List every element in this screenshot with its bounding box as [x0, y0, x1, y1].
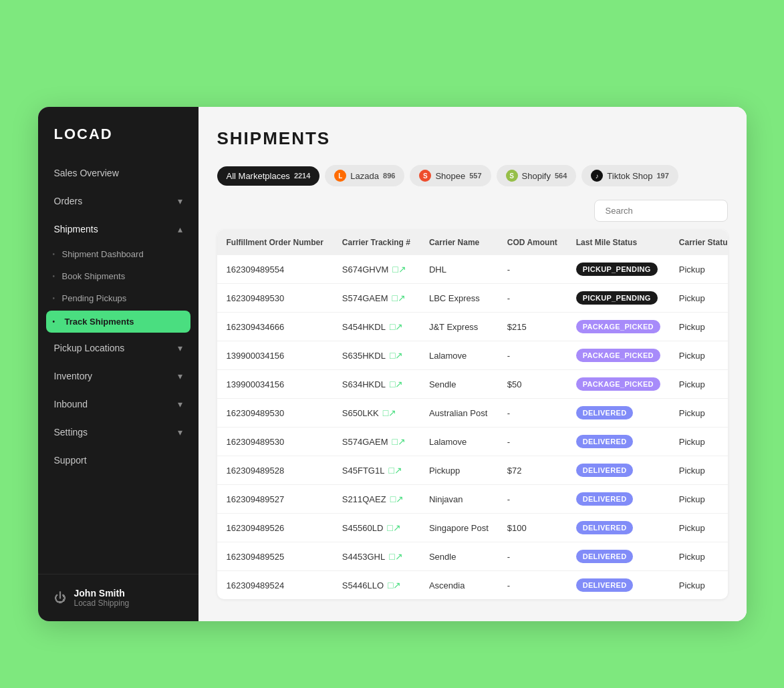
edit-tracking-icon[interactable]: □↗	[389, 551, 402, 562]
cell-carrier-name: Australian Post	[420, 399, 498, 427]
tab-tiktok-label: Tiktok Shop	[607, 171, 652, 181]
search-input[interactable]	[594, 200, 728, 222]
cell-tracking: S4453GHL □↗	[333, 542, 420, 571]
cell-tracking: S5446LLO □↗	[333, 571, 420, 600]
edit-tracking-icon[interactable]: □↗	[387, 522, 400, 533]
page-title: SHIPMENTS	[217, 128, 728, 149]
sidebar-item-shipments[interactable]: Shipments ▴	[38, 215, 199, 243]
cell-order-number: 162309489554	[217, 255, 333, 284]
cell-carrier-status: Pickup	[670, 341, 728, 370]
edit-tracking-icon[interactable]: □↗	[388, 580, 401, 590]
edit-tracking-icon[interactable]: □↗	[383, 407, 396, 418]
chevron-down-icon: ▾	[178, 343, 182, 353]
logo: LOCAD	[38, 107, 199, 159]
sidebar-item-pending-pickups[interactable]: Pending Pickups	[38, 287, 199, 309]
cell-last-mile-status: PACKAGE_PICKED	[567, 341, 670, 370]
edit-tracking-icon[interactable]: □↗	[390, 494, 404, 504]
tab-lazada-count: 896	[383, 172, 395, 180]
edit-tracking-icon[interactable]: □↗	[388, 465, 402, 476]
cell-tracking: S635HKDL □↗	[333, 341, 420, 370]
col-fulfillment-order: Fulfillment Order Number	[217, 230, 333, 255]
cell-carrier-name: Sendle	[420, 542, 498, 571]
sidebar-item-pickup-locations[interactable]: Pickup Locations ▾	[38, 334, 199, 362]
chevron-up-icon: ▴	[178, 224, 182, 234]
edit-tracking-icon[interactable]: □↗	[392, 264, 406, 275]
cell-cod-amount: -	[498, 341, 567, 370]
col-carrier-name: Carrier Name	[420, 230, 498, 255]
cell-order-number: 162309489530	[217, 284, 333, 313]
col-carrier-status: Carrier Status	[670, 230, 728, 255]
table-row: 139900034156 S635HKDL □↗ Lalamove - PACK…	[217, 341, 728, 370]
cell-cod-amount: $100	[498, 514, 567, 542]
table-row: 162309489528 S45FTG1L □↗ Pickupp $72 DEL…	[217, 456, 728, 485]
sidebar-item-inbound[interactable]: Inbound ▾	[38, 390, 199, 418]
col-last-mile-status: Last Mile Status	[567, 230, 670, 255]
cell-carrier-status: Pickup	[670, 370, 728, 399]
sidebar-item-settings[interactable]: Settings ▾	[38, 418, 199, 446]
edit-tracking-icon[interactable]: □↗	[390, 350, 403, 361]
tab-shopee[interactable]: S Shopee 557	[410, 165, 491, 186]
cell-carrier-name: Ascendia	[420, 571, 498, 600]
cell-carrier-name: Lalamove	[420, 341, 498, 370]
cell-tracking: S634HKDL □↗	[333, 370, 420, 399]
sidebar-nav: Sales Overview Orders ▾ Shipments ▴ Ship…	[38, 159, 199, 574]
cell-tracking: S45560LD □↗	[333, 514, 420, 542]
shopee-icon: S	[419, 170, 431, 182]
cell-carrier-name: Pickupp	[420, 456, 498, 485]
sidebar-item-inventory[interactable]: Inventory ▾	[38, 362, 199, 390]
edit-tracking-icon[interactable]: □↗	[392, 436, 406, 447]
edit-tracking-icon[interactable]: □↗	[392, 293, 406, 303]
cell-order-number: 139900034156	[217, 370, 333, 399]
sidebar-item-book-shipments[interactable]: Book Shipments	[38, 265, 199, 287]
chevron-down-icon: ▾	[178, 399, 182, 409]
shipments-table-container: Fulfillment Order Number Carrier Trackin…	[217, 230, 728, 599]
cell-tracking: S45FTG1L □↗	[333, 456, 420, 485]
cell-cod-amount: $50	[498, 370, 567, 399]
status-badge: DELIVERED	[576, 464, 634, 477]
tab-lazada-label: Lazada	[350, 171, 379, 181]
table-row: 162309489530 S574GAEM □↗ Lalamove - DELI…	[217, 427, 728, 456]
cell-order-number: 162309489528	[217, 456, 333, 485]
cell-carrier-status: Pickup	[670, 456, 728, 485]
cell-last-mile-status: DELIVERED	[567, 542, 670, 571]
chevron-down-icon: ▾	[178, 371, 182, 381]
tiktok-icon: ♪	[591, 170, 603, 182]
cell-carrier-status: Pickup	[670, 485, 728, 514]
cell-cod-amount: -	[498, 485, 567, 514]
cell-order-number: 162309489530	[217, 399, 333, 427]
table-row: 162309434666 S454HKDL □↗ J&T Express $21…	[217, 313, 728, 341]
tab-shopee-label: Shopee	[435, 171, 465, 181]
cell-tracking: S574GAEM □↗	[333, 284, 420, 313]
status-badge: DELIVERED	[576, 435, 634, 448]
cell-carrier-status: Pickup	[670, 255, 728, 284]
tab-shopify[interactable]: S Shopify 564	[497, 165, 577, 186]
edit-tracking-icon[interactable]: □↗	[390, 379, 403, 389]
status-badge: PICKUP_PENDING	[576, 291, 658, 305]
table-row: 162309489525 S4453GHL □↗ Sendle - DELIVE…	[217, 542, 728, 571]
cell-cod-amount: -	[498, 284, 567, 313]
sidebar-item-sales-overview[interactable]: Sales Overview	[38, 159, 199, 187]
table-row: 162309489530 S574GAEM □↗ LBC Express - P…	[217, 284, 728, 313]
cell-carrier-status: Pickup	[670, 427, 728, 456]
tab-tiktok[interactable]: ♪ Tiktok Shop 197	[581, 165, 678, 186]
search-bar	[217, 200, 728, 222]
tab-lazada[interactable]: L Lazada 896	[325, 165, 404, 186]
cell-order-number: 139900034156	[217, 341, 333, 370]
cell-last-mile-status: DELIVERED	[567, 399, 670, 427]
sidebar-item-shipment-dashboard[interactable]: Shipment Dashboard	[38, 243, 199, 265]
power-icon[interactable]: ⏻	[54, 591, 66, 605]
edit-tracking-icon[interactable]: □↗	[390, 321, 403, 332]
tab-all-label: All Marketplaces	[227, 171, 290, 181]
shipments-table: Fulfillment Order Number Carrier Trackin…	[217, 230, 728, 599]
sidebar-item-support[interactable]: Support	[38, 446, 199, 474]
cell-tracking: S211QAEZ □↗	[333, 485, 420, 514]
status-badge: DELIVERED	[576, 521, 634, 534]
main-content: SHIPMENTS All Marketplaces 2214 L Lazada…	[199, 107, 747, 621]
cell-order-number: 162309489525	[217, 542, 333, 571]
status-badge: PICKUP_PENDING	[576, 263, 658, 276]
tab-all-marketplaces[interactable]: All Marketplaces 2214	[217, 166, 320, 186]
sidebar: LOCAD Sales Overview Orders ▾ Shipments …	[38, 107, 199, 621]
sidebar-item-orders[interactable]: Orders ▾	[38, 187, 199, 215]
tab-all-count: 2214	[294, 172, 310, 180]
sidebar-item-track-shipments[interactable]: Track Shipments	[46, 311, 190, 333]
